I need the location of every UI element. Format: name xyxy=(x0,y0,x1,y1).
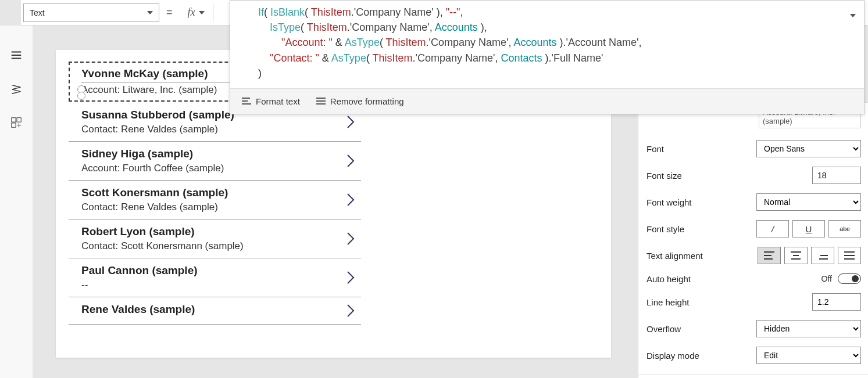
align-right-button[interactable] xyxy=(811,247,834,264)
row-subtitle: -- xyxy=(81,279,361,291)
gallery-row[interactable]: Sidney Higa (sample)Account: Fourth Coff… xyxy=(69,142,361,181)
chevron-right-icon[interactable] xyxy=(345,231,356,247)
autoheight-toggle[interactable] xyxy=(838,273,861,284)
tree-view-icon[interactable] xyxy=(10,82,23,95)
italic-button[interactable]: / xyxy=(756,220,789,237)
format-text-icon xyxy=(242,97,251,105)
gallery-row[interactable]: Paul Cannon (sample)-- xyxy=(69,258,361,297)
fontweight-select[interactable]: Normal xyxy=(756,193,861,211)
autoheight-state: Off xyxy=(821,274,832,283)
displaymode-select[interactable]: Edit xyxy=(756,347,861,364)
font-select[interactable]: Open Sans xyxy=(756,140,861,157)
left-rail xyxy=(0,26,33,378)
chevron-down-icon xyxy=(147,11,153,15)
strikethrough-button[interactable]: abc xyxy=(828,220,861,237)
lineheight-input[interactable] xyxy=(812,293,861,311)
align-justify-button[interactable] xyxy=(838,247,861,264)
hamburger-icon[interactable] xyxy=(10,49,23,62)
insert-icon[interactable] xyxy=(10,116,23,129)
chevron-right-icon[interactable] xyxy=(345,153,356,169)
prop-displaymode-label: Display mode xyxy=(646,351,699,361)
row-title: Robert Lyon (sample) xyxy=(81,225,361,238)
row-subtitle: Contact: Rene Valdes (sample) xyxy=(81,201,361,213)
chevron-right-icon[interactable] xyxy=(345,114,356,130)
prop-overflow-label: Overflow xyxy=(646,324,681,334)
row-subtitle: Account: Fourth Coffee (sample) xyxy=(81,163,361,174)
equals-sign: = xyxy=(166,6,173,19)
row-subtitle: Contact: Rene Valdes (sample) xyxy=(81,124,361,135)
chevron-right-icon[interactable] xyxy=(345,303,356,319)
align-center-button[interactable] xyxy=(784,247,808,264)
underline-button[interactable]: U xyxy=(792,220,825,237)
chevron-right-icon[interactable] xyxy=(345,192,356,208)
chevron-right-icon[interactable] xyxy=(345,269,356,286)
formula-bar-panel: If( IsBlank( ThisItem.'Company Name' ), … xyxy=(230,0,865,114)
prop-autoheight-label: Auto height xyxy=(646,274,691,284)
prop-fontstyle-label: Font style xyxy=(646,224,684,234)
collapse-formula-icon[interactable] xyxy=(850,10,856,19)
format-text-button[interactable]: Format text xyxy=(242,96,300,106)
gallery-row[interactable]: Robert Lyon (sample)Contact: Scott Koner… xyxy=(69,219,361,258)
svg-rect-1 xyxy=(17,118,21,122)
row-title: Rene Valdes (sample) xyxy=(81,303,361,316)
row-title: Sidney Higa (sample) xyxy=(81,147,361,160)
chevron-down-icon xyxy=(199,11,205,15)
prop-textalign-label: Text alignment xyxy=(646,251,703,261)
selection-handle[interactable] xyxy=(77,92,85,100)
fx-button[interactable]: fx xyxy=(180,3,213,22)
svg-rect-0 xyxy=(12,118,16,122)
fontsize-input[interactable] xyxy=(812,167,861,184)
svg-rect-2 xyxy=(12,123,16,127)
overflow-select[interactable]: Hidden xyxy=(756,320,861,337)
remove-formatting-button[interactable]: Remove formatting xyxy=(316,96,404,106)
gallery-row[interactable]: Rene Valdes (sample) xyxy=(69,297,361,325)
property-selector-label: Text xyxy=(30,8,45,17)
row-title: Scott Konersmann (sample) xyxy=(81,186,361,199)
remove-formatting-icon xyxy=(316,97,326,105)
align-left-button[interactable] xyxy=(758,247,781,264)
property-selector[interactable]: Text xyxy=(23,3,159,22)
formula-toolbar: Format text Remove formatting xyxy=(230,88,864,114)
prop-lineheight-label: Line height xyxy=(646,297,689,307)
prop-font-label: Font xyxy=(646,144,664,154)
row-subtitle: Contact: Scott Konersmann (sample) xyxy=(81,240,361,252)
row-title: Paul Cannon (sample) xyxy=(81,264,361,277)
formula-editor[interactable]: If( IsBlank( ThisItem.'Company Name' ), … xyxy=(230,1,864,88)
prop-fontsize-label: Font size xyxy=(646,171,682,181)
gallery-row[interactable]: Scott Konersmann (sample)Contact: Rene V… xyxy=(69,181,361,219)
properties-panel: Text Account: Litware, Inc. (sample) Fon… xyxy=(638,102,868,378)
prop-fontweight-label: Font weight xyxy=(646,197,692,207)
